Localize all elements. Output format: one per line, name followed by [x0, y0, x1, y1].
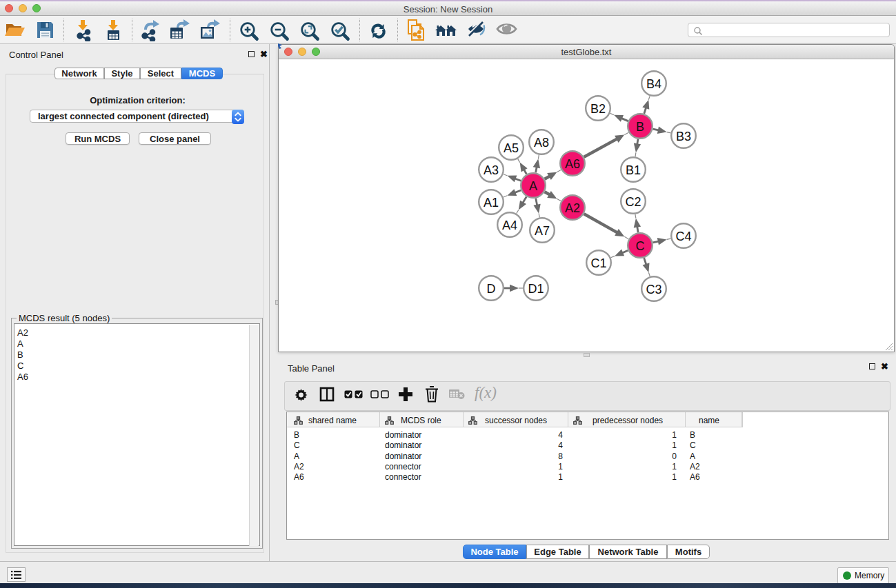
svg-text:A5: A5 [504, 141, 519, 155]
svg-text:B: B [636, 120, 644, 134]
svg-text:A2: A2 [565, 201, 580, 215]
svg-text:C2: C2 [625, 195, 641, 209]
svg-text:C3: C3 [646, 283, 661, 296]
svg-text:D1: D1 [528, 282, 544, 296]
svg-text:A6: A6 [565, 157, 580, 171]
svg-text:C4: C4 [675, 230, 691, 243]
svg-text:A4: A4 [502, 219, 517, 232]
svg-text:C1: C1 [590, 256, 606, 270]
svg-text:A7: A7 [535, 224, 550, 238]
svg-text:B1: B1 [626, 163, 641, 177]
svg-text:B2: B2 [590, 102, 606, 116]
svg-text:A8: A8 [534, 136, 549, 150]
svg-text:D: D [487, 282, 496, 296]
svg-text:B3: B3 [676, 130, 691, 143]
svg-text:A3: A3 [484, 163, 499, 177]
svg-text:B4: B4 [646, 77, 661, 91]
svg-text:A1: A1 [484, 196, 499, 210]
svg-text:A: A [529, 179, 537, 193]
svg-text:C: C [636, 239, 645, 253]
